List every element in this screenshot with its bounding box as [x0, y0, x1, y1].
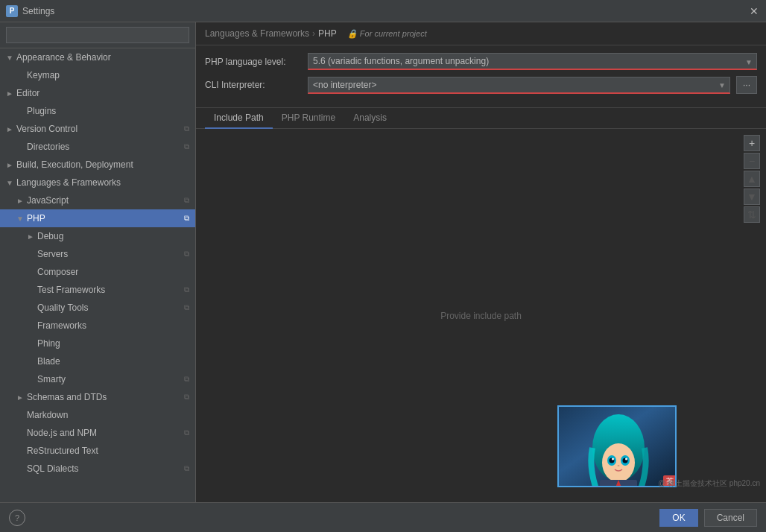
copy-icon-test-frameworks: ⧉ — [184, 285, 189, 294]
cli-more-button[interactable]: ··· — [736, 76, 757, 94]
sidebar-item-frameworks[interactable]: Frameworks — [0, 317, 195, 335]
anime-overlay: 英 — [557, 405, 677, 487]
cli-label: CLI Interpreter: — [205, 80, 302, 90]
sidebar-label-test-frameworks: Test Frameworks — [37, 285, 181, 295]
help-button[interactable]: ? — [9, 510, 25, 526]
tab-php-runtime[interactable]: PHP Runtime — [273, 108, 344, 129]
sidebar-item-markdown[interactable]: Markdown — [0, 406, 195, 424]
sidebar-label-directories: Directories — [27, 142, 181, 152]
sidebar-label-editor: Editor — [16, 88, 189, 98]
include-path-panel: + − ▲ ▼ ⇅ Provide include path — [196, 129, 766, 502]
sidebar-item-directories[interactable]: Directories⧉ — [0, 138, 195, 156]
sidebar-item-test-frameworks[interactable]: Test Frameworks⧉ — [0, 281, 195, 299]
tree-toggle-appearance: ▼ — [6, 54, 16, 62]
sidebar-item-appearance[interactable]: ▼Appearance & Behavior — [0, 48, 195, 66]
sidebar-item-keymap[interactable]: Keymap — [0, 66, 195, 84]
sidebar-label-smarty: Smarty — [37, 374, 181, 384]
sidebar-label-frameworks: Frameworks — [37, 320, 189, 331]
sidebar-label-markdown: Markdown — [27, 410, 189, 420]
svg-point-8 — [625, 458, 627, 460]
sidebar-item-build[interactable]: ►Build, Execution, Deployment — [0, 156, 195, 174]
sidebar-item-schemas[interactable]: ►Schemas and DTDs⧉ — [0, 388, 195, 406]
sidebar-label-javascript: JavaScript — [27, 195, 181, 206]
copy-icon-version-control: ⧉ — [184, 124, 189, 133]
bottom-bar: ? OK Cancel — [0, 502, 766, 532]
app-icon: P — [6, 5, 18, 17]
sidebar-item-editor[interactable]: ►Editor — [0, 84, 195, 102]
sidebar-label-version-control: Version Control — [16, 124, 181, 134]
copy-icon-php: ⧉ — [184, 214, 189, 223]
sidebar-item-nodejs[interactable]: Node.js and NPM⧉ — [0, 424, 195, 442]
sidebar-label-keymap: Keymap — [27, 70, 189, 80]
sidebar-label-appearance: Appearance & Behavior — [16, 52, 189, 63]
breadcrumb-php: PHP — [318, 28, 337, 39]
ok-button[interactable]: OK — [659, 509, 697, 527]
close-button[interactable]: ✕ — [748, 5, 760, 17]
remove-path-button[interactable]: − — [744, 153, 760, 169]
sidebar-item-blade[interactable]: Blade — [0, 352, 195, 370]
sidebar-label-php: PHP — [27, 213, 181, 224]
add-path-button[interactable]: + — [744, 135, 760, 151]
include-path-actions: + − ▲ ▼ ⇅ — [744, 135, 760, 223]
tree-toggle-php: ▼ — [16, 215, 27, 223]
sidebar-item-version-control[interactable]: ►Version Control⧉ — [0, 120, 195, 138]
sidebar-item-sql-dialects[interactable]: SQL Dialects⧉ — [0, 460, 195, 478]
sidebar-item-smarty[interactable]: Smarty⧉ — [0, 370, 195, 388]
sidebar-label-composer: Composer — [37, 267, 189, 277]
search-input[interactable] — [6, 27, 189, 43]
php-level-label: PHP language level: — [205, 57, 302, 67]
tree-toggle-version-control: ► — [6, 125, 16, 133]
sidebar-label-build: Build, Execution, Deployment — [16, 159, 189, 170]
title-bar: P Settings ✕ — [0, 0, 766, 22]
copy-icon-directories: ⧉ — [184, 142, 189, 151]
sidebar-label-schemas: Schemas and DTDs — [27, 392, 181, 402]
sidebar-item-debug[interactable]: ►Debug — [0, 227, 195, 245]
breadcrumb-note: 🔒 For current project — [347, 29, 427, 39]
sidebar-item-quality-tools[interactable]: Quality Tools⧉ — [0, 299, 195, 317]
copy-icon-javascript: ⧉ — [184, 196, 189, 205]
bottom-right-buttons: OK Cancel — [659, 509, 757, 527]
sidebar-item-javascript[interactable]: ►JavaScript⧉ — [0, 191, 195, 209]
content-area: Languages & Frameworks › PHP 🔒 For curre… — [196, 22, 766, 502]
sidebar-label-blade: Blade — [37, 356, 189, 367]
move-down-button[interactable]: ▼ — [744, 189, 760, 205]
php-level-select[interactable]: 5.6 (variadic functions, argument unpack… — [308, 53, 757, 70]
sidebar-item-php[interactable]: ▼PHP⧉ — [0, 209, 195, 227]
tree-toggle-javascript: ► — [16, 197, 27, 205]
tab-analysis[interactable]: Analysis — [344, 108, 396, 129]
sidebar-label-quality-tools: Quality Tools — [37, 303, 181, 313]
sidebar-item-languages[interactable]: ▼Languages & Frameworks — [0, 174, 195, 191]
sidebar-item-phing[interactable]: Phing — [0, 335, 195, 352]
sidebar-label-nodejs: Node.js and NPM — [27, 428, 181, 438]
php-level-select-wrapper: 5.6 (variadic functions, argument unpack… — [308, 53, 757, 70]
tree-toggle-schemas: ► — [16, 393, 27, 402]
cli-select-wrapper: <no interpreter> ▼ — [308, 77, 730, 94]
cli-row: CLI Interpreter: <no interpreter> ▼ ··· — [205, 76, 757, 94]
sort-button[interactable]: ⇅ — [744, 206, 760, 223]
sidebar-label-servers: Servers — [37, 249, 181, 259]
anime-image: 英 — [559, 407, 675, 486]
watermark: @ 稀土掘金技术社区 php20.cn — [658, 478, 760, 489]
sidebar-item-composer[interactable]: Composer — [0, 263, 195, 281]
copy-icon-nodejs: ⧉ — [184, 428, 189, 437]
sidebar-tree: ▼Appearance & BehaviorKeymap►EditorPlugi… — [0, 48, 195, 478]
cancel-button[interactable]: Cancel — [704, 509, 757, 527]
svg-point-2 — [602, 443, 635, 482]
tree-toggle-debug: ► — [27, 232, 37, 241]
sidebar-item-restructured[interactable]: ReStructured Text — [0, 442, 195, 460]
breadcrumb: Languages & Frameworks › PHP 🔒 For curre… — [196, 22, 766, 45]
anime-svg — [559, 407, 677, 487]
tree-toggle-editor: ► — [6, 89, 16, 98]
sidebar-label-languages: Languages & Frameworks — [16, 177, 189, 188]
sidebar-item-plugins[interactable]: Plugins — [0, 102, 195, 120]
tab-include-path[interactable]: Include Path — [205, 108, 273, 129]
cli-select[interactable]: <no interpreter> — [308, 77, 730, 94]
sidebar-label-restructured: ReStructured Text — [27, 446, 189, 456]
sidebar-label-debug: Debug — [37, 231, 189, 241]
tabs-bar: Include PathPHP RuntimeAnalysis — [196, 108, 766, 129]
tree-toggle-build: ► — [6, 161, 16, 169]
breadcrumb-languages: Languages & Frameworks — [205, 28, 309, 39]
move-up-button[interactable]: ▲ — [744, 171, 760, 187]
sidebar-item-servers[interactable]: Servers⧉ — [0, 245, 195, 263]
sidebar-label-phing: Phing — [37, 338, 189, 349]
